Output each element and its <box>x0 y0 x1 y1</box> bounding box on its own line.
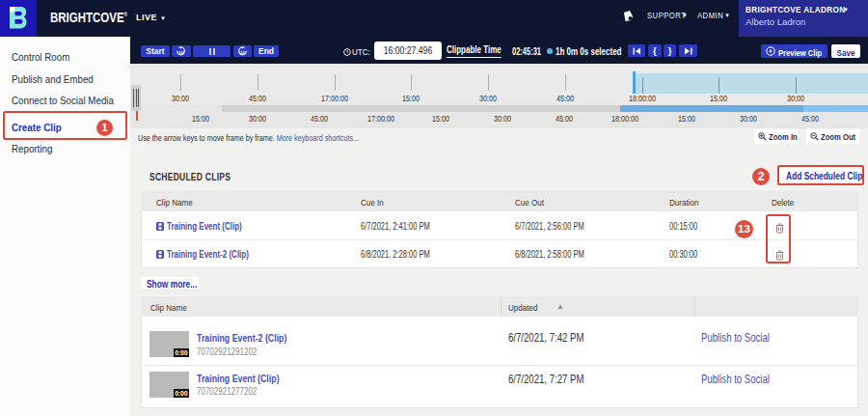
svg-text:15: 15 <box>240 50 245 55</box>
svg-text:15: 15 <box>178 50 183 55</box>
